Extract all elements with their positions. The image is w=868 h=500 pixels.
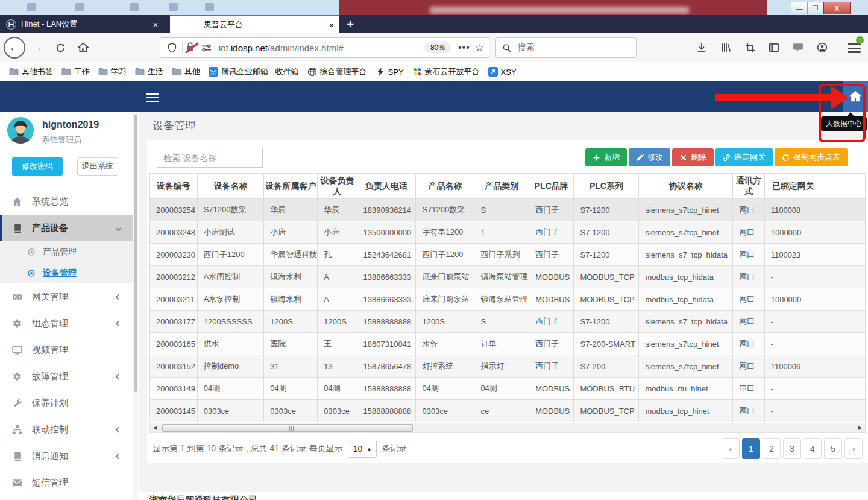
restore-button[interactable]: ❐ xyxy=(807,2,823,14)
table-row[interactable]: 200003165供水医院王18607310041水务订单西门子S7-200-S… xyxy=(150,333,866,355)
table-row[interactable]: 2000031771200SSSSSS1200S1200S15888888888… xyxy=(150,311,866,333)
back-button[interactable]: ← xyxy=(4,37,25,59)
scroll-right-icon[interactable]: ▶ xyxy=(855,423,865,432)
pager-page-4[interactable]: 4 xyxy=(804,438,822,459)
minimize-button[interactable]: — xyxy=(791,2,807,14)
table-row[interactable]: 200003230西门子1200华辰智通科技孔15243642681西门子120… xyxy=(150,244,866,266)
sidebar-scrollbar[interactable] xyxy=(133,112,138,500)
horizontal-scrollbar[interactable]: ◀ ▶ xyxy=(149,423,866,433)
search-bar[interactable]: 搜索 xyxy=(495,37,637,58)
sidebar-item-device-management[interactable]: 设备管理 xyxy=(0,262,134,283)
table-cell: 200003254 xyxy=(150,199,198,221)
page-size-select[interactable]: 10 ▲ xyxy=(348,440,377,458)
shield-icon[interactable] xyxy=(164,43,180,53)
sidebar-item-config-management[interactable]: 组态管理 xyxy=(0,310,134,337)
bookmark-work[interactable]: 工作 xyxy=(57,65,94,79)
downloads-icon[interactable] xyxy=(692,38,711,57)
tab-sipu-cloud[interactable]: 思普云平台 × xyxy=(170,15,339,33)
chat-bubble-icon[interactable] xyxy=(788,38,808,57)
sidebar-item-fault-management[interactable]: 故障管理 xyxy=(0,363,134,390)
delete-button[interactable]: 删除 xyxy=(672,148,714,166)
page-actions-icon[interactable]: ••• xyxy=(458,42,470,53)
bookmark-star-icon[interactable]: ☆ xyxy=(475,42,484,54)
avatar[interactable] xyxy=(7,116,34,144)
bookmark-spy[interactable]: SPY xyxy=(371,65,408,78)
table-row[interactable]: 200003248小唐测试小唐小唐13500000000字符串12001西门子S… xyxy=(150,221,866,244)
bookmark-study[interactable]: 学习 xyxy=(94,65,131,79)
pager-page-3[interactable]: 3 xyxy=(783,438,801,459)
table-cell: siemens_s7tcp_hinet xyxy=(639,199,733,221)
table-cell: 镇海泵站管理 xyxy=(474,266,529,288)
scrollbar-thumb[interactable] xyxy=(134,115,137,392)
insecure-lock-icon[interactable] xyxy=(185,42,198,54)
sidebar-item-label: 网关管理 xyxy=(32,291,68,303)
permissions-icon[interactable] xyxy=(198,43,214,53)
force-sync-button[interactable]: 强制同步点表 xyxy=(775,148,848,166)
url-text[interactable]: iot.idosp.net/admin/index.html# xyxy=(219,43,344,53)
close-button[interactable]: X xyxy=(823,2,851,14)
table-cell: - xyxy=(764,311,865,333)
table-cell: 13500000000 xyxy=(357,221,416,244)
background-icon xyxy=(75,3,84,11)
bookmark-other[interactable]: 其他 xyxy=(168,65,204,79)
bookmark-other-bookmarks[interactable]: 其他书签 xyxy=(5,65,57,79)
sidebar-item-message-notice[interactable]: 消息通知 xyxy=(0,443,134,469)
table-cell: 西门子 xyxy=(529,244,574,266)
sidebar-item-product-device[interactable]: 产品设备 xyxy=(0,215,134,241)
sidebar-item-system-overview[interactable]: 系统总览 xyxy=(0,188,134,215)
scrollbar-thumb[interactable] xyxy=(162,424,413,432)
records-summary-suffix: 条记录 xyxy=(382,443,407,454)
logout-button[interactable]: 退出系统 xyxy=(77,157,118,176)
library-icon[interactable] xyxy=(716,38,735,57)
table-row[interactable]: 200003211A水泵控制镇海水利A13886663333庶来门前泵站镇海泵站… xyxy=(150,288,866,311)
change-password-button[interactable]: 修改密码 xyxy=(12,157,63,176)
tab-hinet[interactable]: Hinet - LAN设置 × xyxy=(0,15,163,33)
sidebar-item-gateway-management[interactable]: 网关管理 xyxy=(0,283,134,310)
screenshot-icon[interactable] xyxy=(740,38,760,57)
scroll-left-icon[interactable]: ◀ xyxy=(150,423,160,432)
bind-gateway-button[interactable]: 绑定网关 xyxy=(715,148,773,166)
sidebar-item-product-management[interactable]: 产品管理 xyxy=(0,241,134,262)
tab-close-icon[interactable]: × xyxy=(324,20,339,30)
zoom-level-badge[interactable]: 80% xyxy=(424,42,451,53)
table-row[interactable]: 200003254S71200数采华辰华辰18390936214S71200数采… xyxy=(150,199,866,221)
pager-prev[interactable]: ‹ xyxy=(722,438,740,459)
dot-icon xyxy=(27,248,36,256)
url-bar[interactable]: iot.idosp.net/admin/index.html# 80% ••• … xyxy=(160,37,489,58)
forward-button[interactable]: → xyxy=(28,38,47,57)
tab-close-icon[interactable]: × xyxy=(148,19,163,30)
sidebar-item-sms-management[interactable]: 短信管理 xyxy=(0,469,134,496)
table-row[interactable]: 200003212A水闸控制镇海水利A13886663333庶来门前泵站镇海泵站… xyxy=(150,266,866,288)
account-icon[interactable] xyxy=(813,38,832,57)
bookmark-tencent-exmail[interactable]: 腾讯企业邮箱 - 收件箱 xyxy=(204,65,303,79)
sidebar-item-video-management[interactable]: 视频管理 xyxy=(0,337,134,363)
table-row[interactable]: 2000031450303ce0303ce0303ce1588888888803… xyxy=(150,400,866,422)
device-search-input[interactable] xyxy=(157,148,263,168)
pager-page-1[interactable]: 1 xyxy=(742,438,760,459)
new-tab-button[interactable]: + xyxy=(342,16,358,32)
sidebar-item-linkage-control[interactable]: 联动控制 xyxy=(0,416,134,443)
pager-page-2[interactable]: 2 xyxy=(763,438,781,459)
edit-button[interactable]: 修改 xyxy=(629,148,670,166)
book-icon xyxy=(12,451,22,461)
device-table-wrap: 设备编号设备名称设备所属客户设备负责人负责人电话产品名称产品类别PLC品牌PLC… xyxy=(149,173,866,422)
pager-next[interactable]: › xyxy=(844,438,863,459)
table-cell: - xyxy=(764,333,865,355)
sidebar-collapse-icon[interactable] xyxy=(146,91,159,104)
table-row[interactable]: 20000314904测04测04测1588888888804测04测MODBU… xyxy=(150,378,866,400)
add-button[interactable]: 新增 xyxy=(585,148,627,166)
reload-button[interactable] xyxy=(51,38,70,57)
bookmark-ys7-open-platform[interactable]: 萤石云开放平台 xyxy=(408,65,484,79)
sidebar-item-maintenance-plan[interactable]: 保养计划 xyxy=(0,390,134,416)
bookmark-xsy[interactable]: XSY xyxy=(484,65,521,78)
bookmark-life[interactable]: 生活 xyxy=(131,65,168,79)
pager-page-5[interactable]: 5 xyxy=(824,438,842,459)
bookmark-integrated-platform[interactable]: 综合管理平台 xyxy=(303,65,371,79)
table-header-cell: 设备负责人 xyxy=(318,174,357,199)
sidebar-toggle-icon[interactable] xyxy=(764,38,784,57)
table-row[interactable]: 200003152控制demo311315878656478灯控系统指示灯西门子… xyxy=(150,355,866,378)
hinet-favicon-icon xyxy=(6,19,16,30)
home-button[interactable] xyxy=(74,38,93,57)
table-header-cell: 协议名称 xyxy=(639,174,733,199)
table-cell: siemens_s7tcp_hinet xyxy=(639,221,733,244)
